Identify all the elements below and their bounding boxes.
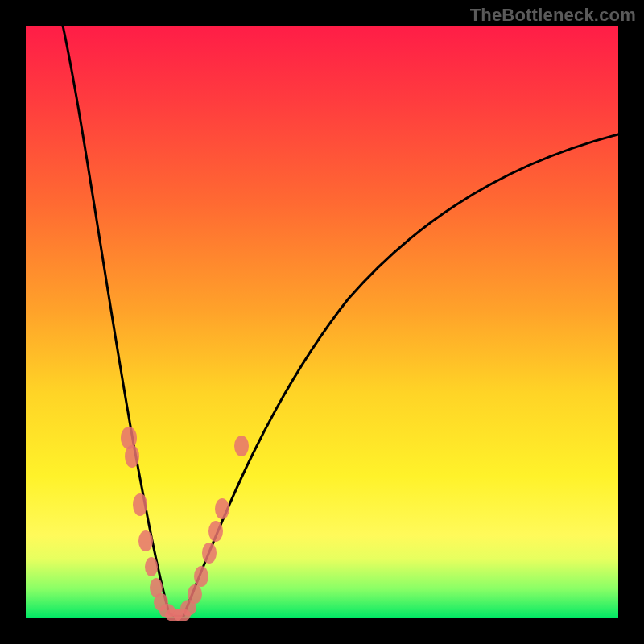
marker-dot xyxy=(234,436,249,456)
chart-frame: TheBottleneck.com xyxy=(0,0,644,644)
marker-dot xyxy=(125,445,139,468)
watermark-text: TheBottleneck.com xyxy=(470,5,636,26)
marker-dot xyxy=(121,427,137,449)
curve-left xyxy=(63,26,169,613)
plot-area xyxy=(26,26,618,618)
curve-layer xyxy=(26,26,618,618)
marker-dot xyxy=(188,584,202,604)
marker-dot xyxy=(215,498,229,519)
marker-dot xyxy=(208,521,223,542)
marker-dot xyxy=(138,530,153,551)
marker-dot xyxy=(133,493,147,516)
marker-dot xyxy=(145,557,158,576)
marker-dot xyxy=(202,543,217,564)
curve-right xyxy=(184,134,618,616)
marker-dot xyxy=(194,566,208,587)
